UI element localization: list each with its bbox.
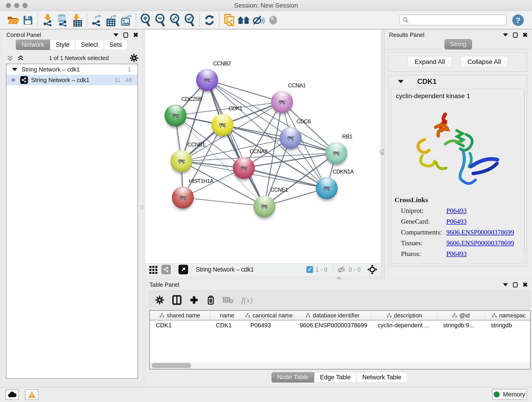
node-CDK1[interactable] <box>211 114 234 136</box>
import-network-database-button[interactable] <box>55 13 70 27</box>
show-columns-icon[interactable] <box>172 295 182 305</box>
network-row[interactable]: String Network – cdk1 11 48 <box>6 75 138 85</box>
tab-select[interactable]: Select <box>75 40 104 50</box>
grid-view-icon[interactable] <box>149 265 158 274</box>
crosslink-link[interactable]: 9606.ENSP00000378699 <box>446 239 514 247</box>
collapse-panel-icon[interactable] <box>503 33 508 36</box>
table-row[interactable]: CDK1CDK1P064939606.ENSP00000378699cyclin… <box>150 320 530 331</box>
node-CDKN1A[interactable] <box>316 177 338 199</box>
table-cell[interactable]: stringdb <box>485 320 531 331</box>
column-header-database-identifier[interactable]: database identifier <box>294 311 372 320</box>
column-header-name[interactable]: name <box>210 311 244 320</box>
network-collection-row[interactable]: String Network – cdk1 1 <box>6 64 138 75</box>
node-CCNA1[interactable] <box>271 91 293 113</box>
table-cell[interactable]: stringdb:9... <box>437 320 485 331</box>
selected-checkbox-icon[interactable]: ✓ <box>306 266 313 273</box>
node-CDC6[interactable] <box>279 127 302 149</box>
table-settings-gear-icon[interactable] <box>155 295 164 305</box>
edge-CCNB2-CCNA1[interactable] <box>207 80 282 102</box>
network-edges[interactable] <box>145 30 381 263</box>
function-builder-icon[interactable]: f(x) <box>241 295 253 305</box>
horizontal-splitter-handle[interactable] <box>337 277 341 279</box>
network-options-gear-icon[interactable] <box>130 54 138 62</box>
refresh-button[interactable] <box>202 13 217 27</box>
crosslink-link[interactable]: P06493 <box>446 207 467 215</box>
close-panel-icon[interactable]: ✖ <box>523 283 528 287</box>
show-eye-button[interactable] <box>266 13 280 27</box>
column-header-shared-name[interactable]: shared name <box>150 311 210 320</box>
delete-table-icon[interactable] <box>223 296 234 304</box>
cloud-status-button[interactable] <box>6 389 19 400</box>
node-CDC25B[interactable] <box>165 104 186 127</box>
table-cell[interactable]: 9606.ENSP00000378699 <box>294 320 372 331</box>
table-cell[interactable]: P06493 <box>244 320 294 331</box>
scrollbar-thumb[interactable] <box>152 363 191 368</box>
tab-network-table[interactable]: Network Table <box>356 372 407 383</box>
crosslink-link[interactable]: P06493 <box>446 218 467 225</box>
zoom-fit-button[interactable] <box>168 13 182 27</box>
expand-all-button[interactable]: Expand All <box>408 56 452 68</box>
network-view-icon[interactable] <box>161 265 171 274</box>
node-CCNB1[interactable] <box>171 150 192 172</box>
collapse-panel-icon[interactable] <box>503 283 508 286</box>
export-table-button[interactable] <box>104 13 119 27</box>
crosslink-link[interactable]: P06493 <box>446 250 467 258</box>
homes-button[interactable] <box>236 13 251 27</box>
tab-network[interactable]: Network <box>16 40 50 50</box>
network-canvas[interactable]: CCNB2CCNA1CDC25BCDK1CDC6RB1CCNB1CCNA2CDK… <box>145 30 381 263</box>
zoom-in-button[interactable] <box>138 13 153 27</box>
float-panel-icon[interactable] <box>513 282 518 287</box>
table-horizontal-scrollbar[interactable] <box>150 362 530 369</box>
global-search[interactable] <box>399 14 507 26</box>
float-panel-icon[interactable] <box>123 32 128 38</box>
warnings-button[interactable] <box>25 389 38 400</box>
column-header-namespac[interactable]: namespac <box>485 311 531 320</box>
export-network-button[interactable] <box>89 13 104 27</box>
node-RB1[interactable] <box>325 142 347 164</box>
node-HIST1H1A[interactable] <box>172 186 194 209</box>
hidden-eye-slash-icon[interactable] <box>337 266 346 274</box>
column-header-canonical-name[interactable]: canonical name <box>244 311 294 320</box>
close-panel-icon[interactable]: ✖ <box>133 33 138 37</box>
edge-HIST1H1A-CCNE1[interactable] <box>183 198 264 206</box>
tab-node-table[interactable]: Node Table <box>272 372 314 383</box>
collapse-all-button[interactable]: Collapse All <box>460 56 508 68</box>
close-panel-icon[interactable]: ✖ <box>523 33 528 37</box>
import-network-file-button[interactable] <box>40 13 55 27</box>
help-button[interactable]: ? <box>512 14 524 26</box>
add-column-icon[interactable] <box>190 295 199 305</box>
table-cell[interactable]: CDK1 <box>210 320 244 331</box>
search-input[interactable] <box>409 17 506 24</box>
collapse-panel-icon[interactable] <box>114 33 119 36</box>
tab-style[interactable]: Style <box>50 40 75 50</box>
tree-expand-icon[interactable] <box>12 68 17 71</box>
left-splitter-handle[interactable] <box>140 205 143 209</box>
open-in-window-icon[interactable] <box>178 265 188 274</box>
tab-string[interactable]: String <box>444 39 472 50</box>
collapse-all-networks-icon[interactable] <box>17 55 24 61</box>
node-CCNE1[interactable] <box>253 195 275 217</box>
node-CCNB2[interactable] <box>196 69 218 91</box>
crosslink-link[interactable]: 9606.ENSP00000378699 <box>446 229 514 236</box>
delete-column-trash-icon[interactable] <box>206 295 215 305</box>
float-panel-icon[interactable] <box>513 32 518 38</box>
import-table-button[interactable] <box>70 13 84 27</box>
share-document-button[interactable] <box>222 13 236 27</box>
right-splitter[interactable] <box>381 30 385 279</box>
table-cell[interactable]: cyclin-dependent ... <box>372 320 437 331</box>
export-image-button[interactable] <box>119 13 133 27</box>
zoom-out-button[interactable] <box>153 13 168 27</box>
zoom-selected-button[interactable] <box>182 13 197 27</box>
section-expand-icon[interactable] <box>398 80 404 83</box>
hide-panel-button[interactable] <box>251 13 266 27</box>
save-session-button[interactable] <box>21 13 35 27</box>
expand-all-networks-icon[interactable] <box>7 55 13 61</box>
fit-selected-crosshair-icon[interactable] <box>367 264 378 275</box>
edge-CCNB2-CCNE1[interactable] <box>207 80 264 206</box>
column-header--id[interactable]: @id <box>437 311 485 320</box>
table-cell[interactable]: CDK1 <box>150 320 210 331</box>
memory-button[interactable]: Memory <box>492 389 527 400</box>
node-CCNA2[interactable] <box>233 157 255 179</box>
column-header-description[interactable]: description <box>372 311 437 320</box>
tab-edge-table[interactable]: Edge Table <box>314 372 356 383</box>
